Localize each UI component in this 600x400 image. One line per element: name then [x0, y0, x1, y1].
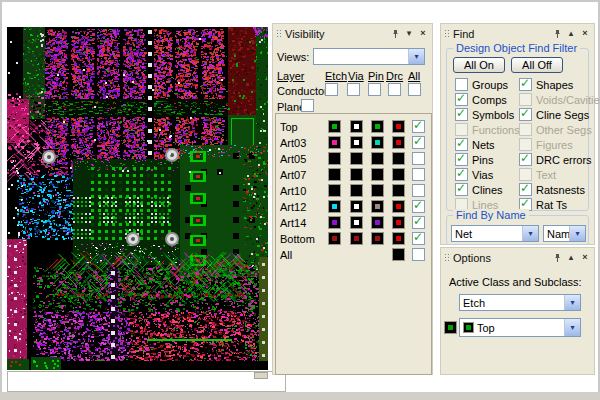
layer-swatch-etch[interactable] [328, 136, 341, 149]
layer-swatch-pin[interactable] [371, 200, 384, 213]
layer-swatch-etch[interactable] [328, 232, 341, 245]
find-checkbox-comps[interactable] [455, 93, 468, 106]
layer-swatch-via[interactable] [350, 232, 363, 245]
layer-swatch-etch[interactable] [328, 184, 341, 197]
layer-swatch-etch[interactable] [328, 216, 341, 229]
layer-visible-checkbox[interactable] [412, 168, 425, 181]
layer-swatch-drc[interactable] [392, 184, 405, 197]
planes-checkbox[interactable] [301, 99, 314, 112]
layer-swatch-pin[interactable] [371, 232, 384, 245]
conductors-checkbox-via[interactable] [347, 83, 360, 96]
layer-swatch-pin[interactable] [371, 136, 384, 149]
collapse-icon[interactable]: ▴ [565, 28, 577, 40]
find-checkbox-groups[interactable] [455, 78, 468, 91]
active-subclass-dropdown[interactable]: Top ▾ [459, 318, 581, 337]
scrollbar-handle[interactable] [254, 372, 268, 379]
layer-swatch-pin[interactable] [371, 184, 384, 197]
command-strip[interactable] [7, 371, 286, 392]
layer-visible-checkbox[interactable] [412, 216, 425, 229]
find-checkbox-nets[interactable] [455, 138, 468, 151]
layer-swatch-drc[interactable] [392, 136, 405, 149]
find-by-name-type-dropdown[interactable]: Net ▾ [451, 225, 539, 242]
column-header-etch[interactable]: Etch [325, 70, 347, 82]
layer-swatch-drc[interactable] [392, 248, 405, 261]
find-checkbox-symbols[interactable] [455, 108, 468, 121]
options-panel-titlebar[interactable]: Options ▴ × [441, 248, 594, 265]
find-checkbox-drc-errors[interactable] [519, 153, 532, 166]
find-checkbox-clines[interactable] [455, 183, 468, 196]
layer-visible-checkbox[interactable] [412, 232, 425, 245]
conductors-checkbox-all[interactable] [408, 83, 421, 96]
find-filter-item: Cline Segs [519, 107, 600, 122]
layer-swatch-drc[interactable] [392, 216, 405, 229]
conductors-checkbox-drc[interactable] [388, 83, 401, 96]
layer-swatch-etch[interactable] [328, 120, 341, 133]
find-checkbox-shapes[interactable] [519, 78, 532, 91]
layer-swatch-etch[interactable] [328, 152, 341, 165]
dropdown-arrow-icon[interactable]: ▾ [569, 226, 585, 241]
dropdown-arrow-icon[interactable]: ▾ [564, 319, 580, 336]
visibility-panel-titlebar[interactable]: Visibility ▾ × [273, 24, 432, 41]
layer-swatch-drc[interactable] [392, 152, 405, 165]
pcb-design-canvas[interactable] [7, 27, 268, 370]
find-checkbox-figures [519, 138, 532, 151]
layer-swatch-via[interactable] [350, 200, 363, 213]
layer-swatch-pin[interactable] [371, 216, 384, 229]
layer-visible-checkbox[interactable] [412, 136, 425, 149]
column-header-via[interactable]: Via [348, 70, 364, 82]
layer-swatch-via[interactable] [350, 184, 363, 197]
layer-swatch-etch[interactable] [328, 168, 341, 181]
layer-swatch-via[interactable] [350, 152, 363, 165]
column-header-pin[interactable]: Pin [368, 70, 384, 82]
find-checkbox-ratsnests[interactable] [519, 183, 532, 196]
close-icon[interactable]: × [417, 28, 429, 40]
pin-icon[interactable] [389, 28, 401, 40]
pin-icon[interactable] [551, 28, 563, 40]
dropdown-arrow-icon[interactable]: ▾ [408, 49, 424, 64]
find-panel-titlebar[interactable]: Find ▴ × [441, 24, 594, 41]
layer-swatch-drc[interactable] [392, 232, 405, 245]
layer-swatch-via[interactable] [350, 120, 363, 133]
close-icon[interactable]: × [579, 252, 591, 264]
find-checkbox-cline-segs[interactable] [519, 108, 532, 121]
layer-swatch-via[interactable] [350, 136, 363, 149]
find-by-name-mode-dropdown[interactable]: Name ▾ [543, 225, 586, 242]
grip-icon[interactable] [444, 29, 449, 39]
dropdown-arrow-icon[interactable]: ▾ [564, 295, 580, 310]
layer-swatch-etch[interactable] [328, 200, 341, 213]
layer-swatch-pin[interactable] [371, 168, 384, 181]
find-filter-item: Comps [455, 92, 520, 107]
layer-swatch-drc[interactable] [392, 120, 405, 133]
conductors-checkbox-etch[interactable] [325, 83, 338, 96]
column-header-all[interactable]: All [408, 70, 420, 82]
column-header-drc[interactable]: Drc [386, 70, 403, 82]
all-on-button[interactable]: All On [453, 57, 505, 73]
close-icon[interactable]: × [579, 28, 591, 40]
find-checkbox-vias[interactable] [455, 168, 468, 181]
conductors-checkbox-pin[interactable] [368, 83, 381, 96]
layer-visible-checkbox[interactable] [412, 120, 425, 133]
layer-visible-checkbox[interactable] [412, 200, 425, 213]
active-class-dropdown[interactable]: Etch ▾ [459, 294, 581, 311]
layer-visible-checkbox[interactable] [412, 152, 425, 165]
all-off-button[interactable]: All Off [511, 57, 563, 73]
grip-icon[interactable] [444, 253, 449, 263]
layer-visible-checkbox[interactable] [412, 248, 425, 261]
layer-swatch-via[interactable] [350, 216, 363, 229]
layer-swatch-drc[interactable] [392, 168, 405, 181]
pin-icon[interactable] [551, 252, 563, 264]
find-label-shapes: Shapes [536, 79, 573, 91]
dropdown-arrow-icon[interactable]: ▾ [522, 226, 538, 241]
subclass-color-swatch[interactable] [444, 321, 457, 334]
layer-swatch-pin[interactable] [371, 120, 384, 133]
views-dropdown[interactable]: ▾ [313, 48, 425, 65]
find-filter-group: Design Object Find Filter All On All Off… [446, 48, 589, 211]
collapse-icon[interactable]: ▴ [565, 252, 577, 264]
layer-swatch-pin[interactable] [371, 152, 384, 165]
find-checkbox-pins[interactable] [455, 153, 468, 166]
collapse-icon[interactable]: ▾ [403, 28, 415, 40]
layer-visible-checkbox[interactable] [412, 184, 425, 197]
layer-swatch-via[interactable] [350, 168, 363, 181]
layer-swatch-drc[interactable] [392, 200, 405, 213]
grip-icon[interactable] [276, 29, 281, 39]
